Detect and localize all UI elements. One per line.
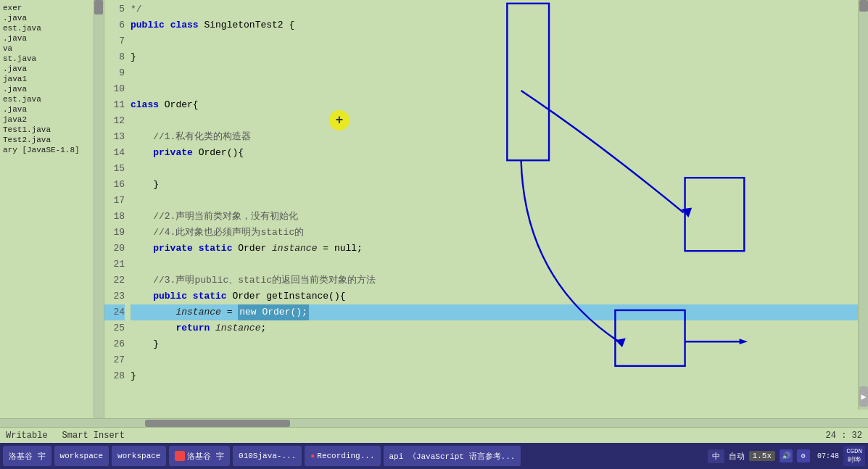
status-position: 24 : 32 [826,431,862,441]
sidebar-item-5[interactable]: st.java [0,54,94,64]
taskbar-user-label: 洛基谷 宇 [187,451,224,462]
taskbar-start[interactable]: 洛基谷 宇 [3,446,51,466]
code-line-28: } [131,368,868,384]
code-line-17 [131,193,868,209]
taskbar-item-ws1[interactable]: workspace [54,446,109,466]
code-line-20: private static Order instance = null; [131,241,868,257]
taskbar-ws1-label: workspace [60,452,103,460]
taskbar-clock: 07:48 [817,452,839,460]
play-button[interactable]: ▶ [859,386,868,407]
taskbar-ps-icon [175,451,185,461]
taskbar-speed[interactable]: 1.5x [749,451,775,461]
sidebar-item-8[interactable]: .java [0,84,94,94]
taskbar-java-label: 010Sjava-... [239,452,296,460]
sidebar-item-2[interactable]: est.java [0,23,94,33]
code-line-5: */ [131,1,868,17]
status-smart-insert: Smart Insert [62,431,125,441]
taskbar-right: 中 自动 1.5x 🔊 ⚙ 07:48 CGDN时哗 [708,446,865,466]
taskbar-item-java[interactable]: 010Sjava-... [233,446,302,466]
code-line-10 [131,81,868,97]
code-line-11: class Order{ [131,97,868,113]
editor-area: exer .java est.java .java va st.java .ja… [0,0,868,418]
code-line-19: //4.此对象也必须声明为static的 [131,225,868,241]
taskbar: 洛基谷 宇 workspace workspace 洛基谷 宇 010Sjava… [0,443,868,469]
sidebar-item-10[interactable]: .java [0,104,94,115]
taskbar-recording-label: Recording... [317,452,374,460]
taskbar-gear-icon[interactable]: ⚙ [797,449,810,462]
status-bar: Writable Smart Insert 24 : 32 [0,427,868,443]
code-line-16: } [131,177,868,193]
sidebar: exer .java est.java .java va st.java .ja… [0,0,94,418]
recording-dot: ● [310,452,315,460]
main-container: exer .java est.java .java va st.java .ja… [0,0,868,469]
taskbar-item-recording[interactable]: ● Recording... [305,446,380,466]
code-line-25: return instance; [131,320,868,336]
sidebar-item-1[interactable]: .java [0,13,94,23]
taskbar-ws2-label: workspace [117,452,160,460]
code-line-21 [131,257,868,273]
taskbar-item-user[interactable]: 洛基谷 宇 [169,446,230,466]
sidebar-item-6[interactable]: .java [0,64,94,74]
code-line-18: //2.声明当前类对象，没有初始化 [131,209,868,225]
code-line-15 [131,161,868,177]
taskbar-volume-icon[interactable]: 🔊 [780,449,793,462]
sidebar-item-3[interactable]: .java [0,33,94,43]
code-area: 5 6 7 8 9 10 11 12 13 14 15 16 17 18 19 … [104,0,868,418]
code-line-8: } [131,49,868,65]
taskbar-api-label: api 《JavaScript 语言参考... [389,451,516,462]
code-line-22: //3.声明public、static的返回当前类对象的方法 [131,273,868,289]
code-line-13: //1.私有化类的构造器 [131,129,868,145]
code-line-23: public static Order getInstance(){ [131,289,868,304]
sidebar-item-7[interactable]: java1 [0,74,94,84]
taskbar-item-ws2[interactable]: workspace [112,446,166,466]
sidebar-item-9[interactable]: est.java [0,94,94,104]
scrollbar-right[interactable]: ▶ [858,0,868,410]
scrollbar-thumb[interactable] [145,420,290,427]
sidebar-item-11[interactable]: java2 [0,115,94,125]
sidebar-item-4[interactable]: va [0,43,94,54]
code-line-26: } [131,336,868,352]
sidebar-item-14[interactable]: ary [JavaSE-1.8] [0,145,94,155]
status-writable: Writable [6,431,48,441]
code-line-7 [131,33,868,49]
sidebar-item-13[interactable]: Test2.java [0,135,94,145]
code-content[interactable]: */ public class SingletonTest2 { } class… [131,0,868,418]
code-line-12 [131,113,868,129]
taskbar-auto: 自动 [729,451,745,462]
code-line-24: instance = new Order(); [131,304,868,320]
scrollbar-left[interactable] [94,0,104,418]
sidebar-item-0[interactable]: exer [0,3,94,13]
scrollbar-horizontal[interactable] [0,418,868,427]
status-bar-right: 24 : 32 [826,431,862,441]
code-line-14: private Order(){ [131,145,868,161]
code-editor: 5 6 7 8 9 10 11 12 13 14 15 16 17 18 19 … [104,0,868,418]
taskbar-item-api[interactable]: api 《JavaScript 语言参考... [384,446,521,466]
code-line-6: public class SingletonTest2 { [131,17,868,33]
code-line-27 [131,352,868,368]
code-line-9 [131,65,868,81]
taskbar-brand: CGDN时哗 [843,446,865,466]
taskbar-lang[interactable]: 中 [708,449,724,463]
line-numbers: 5 6 7 8 9 10 11 12 13 14 15 16 17 18 19 … [104,0,131,418]
taskbar-time: 07:48 [817,452,839,460]
taskbar-start-label: 洛基谷 宇 [9,451,46,462]
sidebar-item-12[interactable]: Test1.java [0,125,94,135]
